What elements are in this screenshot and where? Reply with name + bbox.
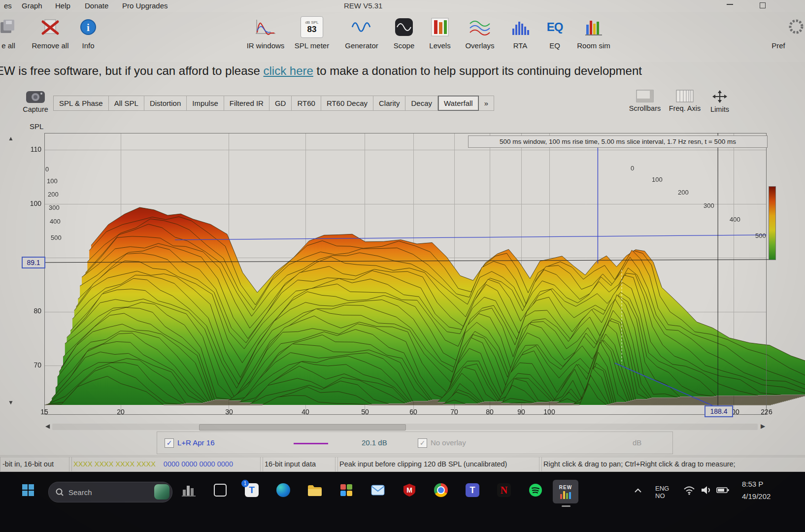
limits-icon [711,90,728,103]
horizontal-scrollbar-thumb[interactable] [199,424,406,431]
notification-badge: 1 [241,480,249,487]
more-tabs-button[interactable]: » [479,96,494,111]
minimize-button-icon[interactable] [727,4,733,5]
ir-windows-label: IR windows [247,41,285,50]
cursor-freq-readout: 188.4 [704,405,733,417]
tab-all-spl[interactable]: All SPL [109,96,144,111]
taskbar-search[interactable]: Search [48,482,172,502]
tab-rt60-decay[interactable]: RT60 Decay [321,96,373,111]
scroll-right-arrow-icon[interactable]: ▶ [761,423,765,430]
ir-windows-button[interactable]: IR windows [243,16,288,50]
checkbox-check-icon: ✓ [167,439,172,447]
tab-spl-phase[interactable]: SPL & Phase [53,96,109,111]
spl-meter-button[interactable]: dB SPL83 SPL meter [291,16,333,50]
tab-waterfall[interactable]: Waterfall [438,96,479,111]
tray-battery[interactable] [714,482,731,499]
donation-link[interactable]: click here [264,64,313,77]
checkbox-check-icon: ✓ [420,439,426,447]
taskbar-app-spotify[interactable] [527,482,544,499]
taskbar-app-edge[interactable] [275,482,292,499]
graph-tabs: SPL & Phase All SPL Distortion Impulse F… [53,96,494,111]
room-sim-icon [584,16,603,38]
save-all-button[interactable]: e all [0,16,24,50]
taskbar-app-notes[interactable]: T 1 [243,482,260,499]
generator-label: Generator [345,41,378,50]
save-all-label: e all [1,41,15,50]
donation-banner: EW is free software, but if you can affo… [0,64,805,84]
taskbar-app-explorer[interactable] [306,482,323,499]
menu-item-graph[interactable]: Graph [22,1,42,10]
x-tick-40: 40 [302,408,309,416]
preferences-button[interactable]: Pref [749,16,805,50]
tab-rt60[interactable]: RT60 [292,96,321,111]
taskbar-app-stats[interactable] [180,482,197,499]
room-sim-button[interactable]: Room sim [572,16,615,50]
generator-button[interactable]: Generator [339,16,384,50]
svg-text:i: i [87,22,90,33]
spl-meter-icon-unit: dB SPL [305,20,318,25]
time-tick-left-100: 100 [47,177,58,185]
eq-button[interactable]: EQ EQ [539,16,570,50]
y-tick-70: 70 [27,361,41,369]
tray-overflow-chevron[interactable] [630,482,646,499]
status-bit-depth: -bit in, 16-bit out [0,457,72,472]
tray-wifi[interactable] [681,482,698,499]
x-tick-30: 30 [225,408,233,416]
rta-button[interactable]: RTA [505,16,535,50]
save-all-icon [0,16,17,38]
menu-item-help[interactable]: Help [55,1,70,10]
status-peak-input: Peak input before clipping 120 dB SPL (u… [335,457,542,472]
tab-distortion[interactable]: Distortion [144,96,187,111]
scrollbars-button[interactable]: Scrollbars [623,90,667,112]
taskbar-app-widgets[interactable] [212,482,229,499]
taskbar-app-netflix[interactable]: N [496,482,512,499]
taskbar-app-store[interactable] [338,482,355,499]
maximize-button-icon[interactable] [760,2,766,8]
status-hex-right: 0000 0000 0000 0000 [164,460,233,468]
info-button[interactable]: i Info [74,16,102,50]
taskbar-app-teams[interactable]: T [464,482,481,499]
taskbar-app-rew-active[interactable]: REW [553,480,578,503]
capture-button[interactable]: Capture [20,90,51,113]
measurement-checkbox[interactable]: ✓ [165,438,174,448]
spotify-icon [529,483,542,497]
taskbar-clock[interactable]: 8:53 P 4/19/202 [742,478,771,502]
tab-gd[interactable]: GD [269,96,292,111]
taskbar-app-chrome[interactable] [433,482,449,499]
remove-all-button[interactable]: Remove all [28,16,73,50]
spl-meter-icon-value: 83 [307,25,317,34]
scope-button[interactable]: Scope [388,16,420,50]
tab-clarity[interactable]: Clarity [373,96,406,111]
status-channel-data: XXXX XXXX XXXX XXXX 0000 0000 0000 0000 [69,457,263,472]
tab-decay[interactable]: Decay [405,96,438,111]
levels-button[interactable]: Levels [423,16,457,50]
x-tick-60: 60 [409,408,417,416]
taskbar-app-mcafee[interactable]: M [401,482,418,499]
taskbar-app-mail[interactable] [369,482,386,499]
tab-impulse[interactable]: Impulse [187,96,224,111]
menu-item-pro-upgrades[interactable]: Pro Upgrades [122,1,168,10]
waterfall-plot[interactable] [0,132,805,423]
overlays-button[interactable]: Overlays [460,16,500,50]
x-tick-50: 50 [361,408,369,416]
pan-down-arrow-icon[interactable]: ▼ [8,399,14,406]
menu-item-donate[interactable]: Donate [85,1,108,10]
capture-label: Capture [23,105,48,113]
pan-up-arrow-icon[interactable]: ▲ [8,135,14,142]
limits-button[interactable]: Limits [704,90,735,113]
speaker-icon [701,485,711,495]
scroll-left-arrow-icon[interactable]: ◀ [45,423,50,430]
measurement-name[interactable]: L+R Apr 16 [177,438,214,447]
rew-tile-label: REW [559,485,572,490]
wifi-icon [683,485,695,495]
freq-axis-button[interactable]: Freq. Axis [665,90,704,112]
status-mouse-hint: Right click & drag to pan; Ctrl+Right cl… [539,457,805,472]
time-tick-left-400: 400 [50,218,61,225]
overlay-checkbox[interactable]: ✓ [418,438,427,448]
language-indicator[interactable]: ENG NO [655,485,669,499]
tray-volume[interactable] [698,482,714,499]
tab-filtered-ir[interactable]: Filtered IR [224,96,269,111]
start-button[interactable] [20,482,36,499]
search-highlight-image[interactable] [154,484,169,499]
menu-item-preferences-cut[interactable]: es [4,1,12,10]
